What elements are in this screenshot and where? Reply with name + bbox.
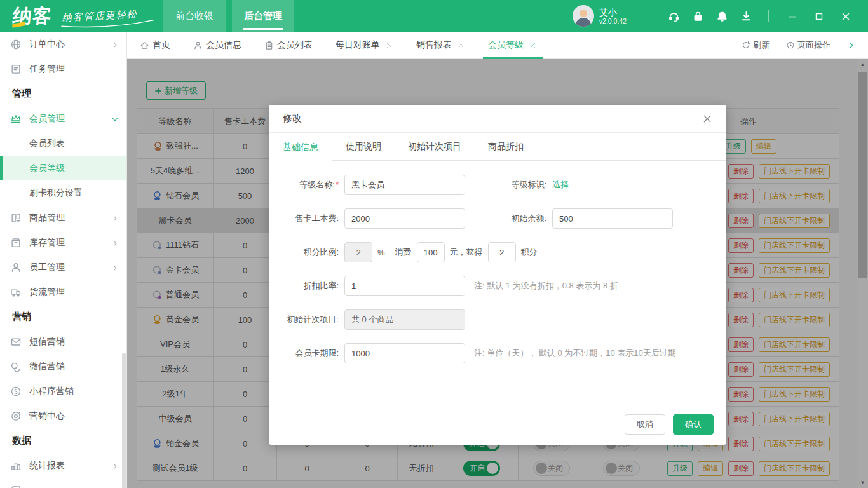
sidebar-scrollbar-thumb[interactable] [122,353,126,488]
close-button[interactable] [832,10,859,22]
modal-tab-initial-count-items[interactable]: 初始计次项目 [395,133,475,160]
sidebar-item-card-points-settings[interactable]: 刷卡积分设置 [0,180,126,205]
tab-member-level[interactable]: 会员等级 [488,32,537,59]
sidebar-section-section-data: 数据 [0,428,126,453]
sidebar-item-sms-marketing[interactable]: 短信营销 [0,329,126,354]
edit-level-modal: 修改 基础信息使用说明初始计次项目商品折扣 等级名称:* 等级标识: 选择 售卡… [269,105,726,445]
tab-close-icon[interactable] [529,41,537,50]
card-fee-label: 售卡工本费: [274,213,339,224]
card-expiry-note: 注: 单位（天）， 默认 0 为不过期，10 表示10天后过期 [474,348,676,359]
level-name-label: 等级名称:* [274,179,339,191]
sidebar-item-label: 订单中心 [29,39,65,50]
discount-ratio-label: 折扣比率: [274,280,339,292]
sidebar-item-statistics-report[interactable]: 统计报表 [0,453,126,478]
list-icon [264,41,274,50]
sidebar-item-miniprogram-marketing[interactable]: 小程序营销 [0,379,126,403]
modal-tab-basic-info[interactable]: 基础信息 [269,133,332,161]
initial-balance-input[interactable] [552,208,673,229]
sidebar-item-label: 营销中心 [29,410,65,422]
sidebar-item-label: 任务管理 [29,64,65,75]
pageops-icon [786,41,795,50]
modal-close-icon[interactable] [702,114,712,124]
consume-amount-input[interactable] [417,242,445,262]
tab-label: 会员列表 [277,39,313,51]
task-icon [10,64,22,75]
card-expiry-input[interactable] [344,343,465,363]
app-version: v2.0.0.42 [599,17,627,25]
topbar-nav-front-cashier[interactable]: 前台收银 [163,0,226,32]
sidebar-item-order-center[interactable]: 订单中心 [0,32,126,57]
chevron-down-icon [111,115,119,123]
globe-icon [10,39,22,50]
tab-sales-report[interactable]: 销售报表 [416,32,465,59]
confirm-button[interactable]: 确认 [673,414,714,435]
tab-label: 会员信息 [206,39,241,51]
stock-icon [10,237,22,248]
sidebar-item-marketing-center[interactable]: 营销中心 [0,403,126,428]
wechat-icon [10,361,22,372]
tab-close-icon[interactable] [457,41,465,50]
sidebar-item-label: 库存管理 [29,237,65,248]
card-fee-input[interactable] [344,208,465,229]
sidebar-item-member-list[interactable]: 会员列表 [0,131,126,156]
level-name-input[interactable] [344,175,465,195]
tab-member-info[interactable]: 会员信息 [193,32,241,59]
app-window: 纳客 纳客管店更轻松 前台收银后台管理 艾小 v2.0.0.42 订单中心任务管… [0,0,868,488]
discount-ratio-input[interactable] [344,276,465,296]
chevron-right-icon [111,239,119,247]
tab-daily-statement[interactable]: 每日对账单 [336,32,393,59]
download-icon[interactable] [734,10,758,22]
points-ratio-label: 积分比例: [274,247,339,258]
tab-member-list[interactable]: 会员列表 [264,32,313,59]
sidebar-item-label: 会员管理 [29,113,65,125]
modal-tab-goods-discount[interactable]: 商品折扣 [475,133,537,160]
sidebar-item-label: 员工管理 [29,262,65,273]
app-logo: 纳客 [11,3,53,29]
topbar-icons [661,10,758,22]
points-unit: 积分 [521,247,538,258]
sidebar-item-task-management[interactable]: 任务管理 [0,57,126,81]
sidebar-section-section-marketing: 营销 [0,304,126,329]
home-icon [140,41,149,50]
support-icon[interactable] [661,10,686,22]
sidebar-item-staff-management[interactable]: 员工管理 [0,255,126,280]
sidebar-item-label: 微信营销 [29,361,65,372]
target-icon [10,410,22,422]
sidebar-item-stock-management[interactable]: 库存管理 [0,230,126,255]
form-row-discount-ratio: 折扣比率: 注: 默认 1 为没有折扣，0.8 表示为 8 折 [274,276,726,296]
notification-icon[interactable] [710,10,734,22]
page-tab-bar: 首页会员信息会员列表每日对账单销售报表会员等级 刷新页面操作 [127,32,868,59]
tab-close-icon[interactable] [385,41,393,50]
cancel-button[interactable]: 取消 [625,414,665,435]
sidebar-item-logistics-management[interactable]: 货流管理 [0,280,126,304]
sidebar-item-member-level[interactable]: 会员等级 [0,156,126,180]
action-refresh[interactable]: 刷新 [742,39,770,51]
modal-form: 等级名称:* 等级标识: 选择 售卡工本费: 初始余额: 积分比例: % 消费 … [269,161,726,363]
lock-icon[interactable] [686,10,710,22]
modal-title: 修改 [283,112,302,125]
truck-icon [10,287,22,298]
user-box[interactable]: 艾小 v2.0.0.42 [573,5,627,27]
modal-tab-usage-notes[interactable]: 使用说明 [332,133,395,160]
maximize-button[interactable] [806,10,832,22]
level-badge-label: 等级标识: [485,179,546,191]
sidebar-item-clipped-item[interactable] [0,478,126,488]
person-icon [10,262,22,273]
tab-label: 销售报表 [416,39,452,51]
points-earned-input[interactable] [488,242,516,262]
action-page-ops[interactable]: 页面操作 [786,39,831,51]
action-label: 页面操作 [797,39,831,51]
tab-label: 会员等级 [488,39,524,51]
sidebar-item-goods-management[interactable]: 商品管理 [0,205,126,230]
user-name: 艾小 [599,7,627,17]
initial-balance-label: 初始余额: [485,213,546,224]
level-badge-select-link[interactable]: 选择 [552,179,569,191]
tab-home[interactable]: 首页 [140,32,170,59]
sidebar-item-member-management[interactable]: 会员管理 [0,106,126,131]
consume-unit: 元，获得 [450,247,483,258]
sidebar-item-wechat-marketing[interactable]: 微信营销 [0,354,126,379]
topbar-nav: 前台收银后台管理 [163,0,294,32]
minimize-button[interactable] [779,10,806,22]
sidebar: 订单中心任务管理管理会员管理会员列表会员等级刷卡积分设置商品管理库存管理员工管理… [0,32,127,488]
topbar-nav-backend-admin[interactable]: 后台管理 [232,0,294,32]
